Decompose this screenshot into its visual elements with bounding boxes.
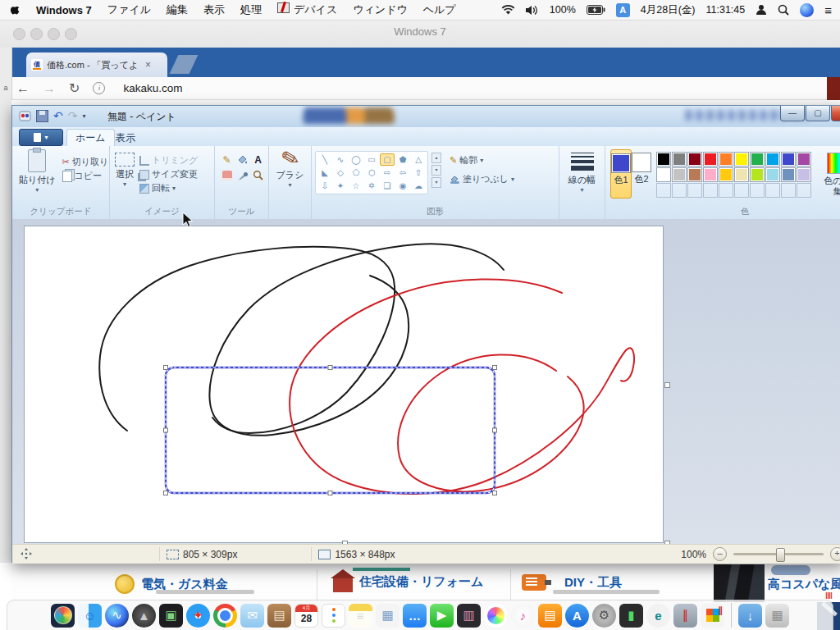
palette-color[interactable] xyxy=(750,167,765,182)
launchpad-icon[interactable]: ▲ xyxy=(132,604,156,628)
tab-view[interactable]: 表示 xyxy=(107,130,144,146)
palette-color[interactable] xyxy=(687,167,702,182)
notes-icon[interactable]: ≡ xyxy=(349,604,372,628)
paint-maximize-button[interactable]: ▢ xyxy=(806,106,830,121)
shape-option[interactable]: ☆ xyxy=(349,180,363,192)
tab-close-icon[interactable]: × xyxy=(145,59,151,71)
shape-scroll-down[interactable]: ▾ xyxy=(431,165,441,176)
palette-empty-slot[interactable] xyxy=(765,183,780,198)
input-method-badge[interactable]: A xyxy=(616,3,630,17)
select-button[interactable]: 選択▾ xyxy=(115,149,135,196)
rotate-button[interactable]: 回転▾ xyxy=(139,182,198,194)
palette-empty-slot[interactable] xyxy=(750,183,765,198)
palette-color[interactable] xyxy=(656,167,671,182)
shape-option[interactable]: ✦ xyxy=(333,180,348,192)
shape-option[interactable]: ◣ xyxy=(317,167,332,179)
palette-color[interactable] xyxy=(797,167,811,182)
palette-color[interactable] xyxy=(797,152,811,167)
palette-color[interactable] xyxy=(719,152,733,167)
palette-empty-slot[interactable] xyxy=(734,183,749,198)
battery-icon[interactable] xyxy=(587,5,605,15)
palette-empty-slot[interactable] xyxy=(797,183,811,198)
menu-item[interactable]: ファイル xyxy=(107,2,151,17)
pencil-tool-icon[interactable]: ✎ xyxy=(220,153,234,167)
app-store-icon[interactable]: A xyxy=(565,604,589,628)
shape-option[interactable]: ⬠ xyxy=(349,167,363,179)
palette-color[interactable] xyxy=(765,167,780,182)
trash-icon[interactable]: ▦ xyxy=(765,604,789,628)
mission-control-icon[interactable]: ▣ xyxy=(159,604,183,628)
palette-empty-slot[interactable] xyxy=(719,183,733,198)
system-preferences-icon[interactable]: ⚙ xyxy=(592,604,616,628)
paint-minimize-button[interactable]: — xyxy=(780,106,805,121)
palette-color[interactable] xyxy=(672,152,687,167)
calendar-icon[interactable]: 4月28 xyxy=(294,604,318,628)
reminders-icon[interactable] xyxy=(322,604,345,628)
palette-empty-slot[interactable] xyxy=(656,183,671,198)
promo-link[interactable]: 高コスパな風呂 xyxy=(768,577,840,592)
contacts-icon[interactable]: ▤ xyxy=(267,604,291,628)
outline-button[interactable]: ✎輪郭▾ xyxy=(450,154,514,167)
shape-option[interactable]: ╲ xyxy=(317,153,332,166)
paint-titlebar[interactable]: ↶ ↷ ▾ 無題 - ペイント — ▢ ✕ xyxy=(12,106,840,127)
zoom-in-button[interactable]: + xyxy=(830,547,840,561)
palette-empty-slot[interactable] xyxy=(672,183,687,198)
facetime-icon[interactable]: ▶ xyxy=(430,604,454,628)
downloads-folder-icon[interactable]: ↓ xyxy=(738,604,762,628)
undo-button[interactable]: ↶ xyxy=(53,109,63,122)
shape-option[interactable]: ❏ xyxy=(380,180,395,192)
finder-icon[interactable]: ☺ xyxy=(78,604,102,628)
page-info-icon[interactable]: i xyxy=(93,82,105,94)
category-link[interactable]: 住宅設備・リフォーム xyxy=(333,571,483,592)
shape-option[interactable]: ⇩ xyxy=(317,180,332,192)
palette-color[interactable] xyxy=(656,152,671,167)
windows-app-icon[interactable]: ∥ xyxy=(701,604,724,628)
palette-color[interactable] xyxy=(765,152,780,167)
shape-option[interactable]: ⬡ xyxy=(364,167,379,179)
eraser-tool-icon[interactable] xyxy=(220,168,234,182)
magnifier-tool-icon[interactable] xyxy=(251,168,265,182)
palette-color[interactable] xyxy=(687,152,702,167)
reload-button[interactable]: ↻ xyxy=(69,80,80,96)
ibooks-icon[interactable]: ▤ xyxy=(538,604,562,628)
save-button[interactable] xyxy=(36,110,48,122)
siri-icon[interactable] xyxy=(800,3,814,17)
shape-option[interactable]: ⇧ xyxy=(411,167,426,179)
zoom-slider[interactable] xyxy=(733,553,824,555)
messages-icon[interactable]: … xyxy=(403,604,427,628)
palette-color[interactable] xyxy=(781,152,796,167)
safari-icon[interactable]: ✦ xyxy=(186,604,210,628)
volume-icon[interactable] xyxy=(526,5,539,16)
palette-empty-slot[interactable] xyxy=(781,183,796,198)
spotlight-search-icon[interactable] xyxy=(778,4,789,16)
palette-color[interactable] xyxy=(734,167,749,182)
menu-item[interactable]: ウィンドウ xyxy=(353,2,408,17)
address-bar[interactable]: kakaku.com xyxy=(123,82,182,94)
apple-logo-icon[interactable] xyxy=(10,4,21,16)
shape-scroll-up[interactable]: ▴ xyxy=(431,153,441,163)
palette-color[interactable] xyxy=(781,167,796,182)
eyedropper-tool-icon[interactable] xyxy=(235,168,249,182)
browser-tab[interactable]: 価 価格.com - 「買ってよ × xyxy=(26,52,167,77)
zoom-slider-thumb[interactable] xyxy=(776,548,785,562)
shape-option[interactable]: ∿ xyxy=(333,153,348,166)
palette-color[interactable] xyxy=(719,167,733,182)
paint-file-menu-button[interactable]: ▾ xyxy=(19,129,63,146)
palette-color[interactable] xyxy=(703,167,718,182)
shape-option[interactable]: ▢ xyxy=(380,153,395,166)
shape-option[interactable]: △ xyxy=(411,153,426,166)
menu-item[interactable]: ヘルプ xyxy=(423,2,456,17)
shape-option[interactable]: ▭ xyxy=(364,153,379,166)
category-link[interactable]: DIY・工具 xyxy=(522,574,622,591)
line-width-button[interactable]: 線の幅▾ xyxy=(559,149,605,193)
paste-button[interactable]: 貼り付け▾ xyxy=(19,149,56,193)
shape-option[interactable]: ☁ xyxy=(411,180,426,192)
wifi-icon[interactable] xyxy=(501,5,515,16)
cut-button[interactable]: ✂切り取り xyxy=(62,156,109,168)
mail-icon[interactable]: ✉ xyxy=(240,604,264,628)
fill-tool-icon[interactable] xyxy=(235,153,249,167)
resize-button[interactable]: サイズ変更 xyxy=(139,168,198,180)
menu-item[interactable]: 処理 xyxy=(240,2,262,17)
palette-color[interactable] xyxy=(703,152,718,167)
paint-canvas[interactable] xyxy=(24,226,664,543)
